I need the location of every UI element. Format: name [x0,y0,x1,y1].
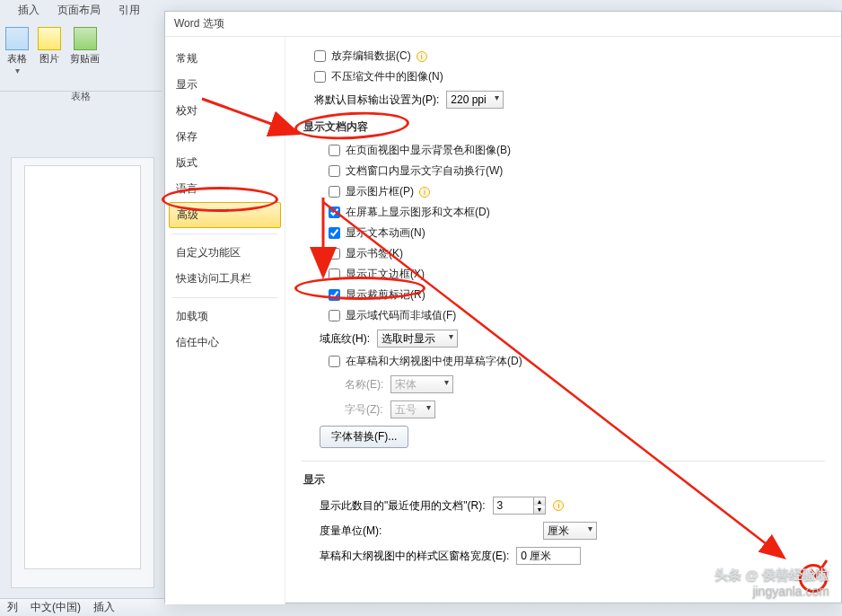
status-lang[interactable]: 中文(中国) [31,600,81,615]
options-content: 放弃编辑数据(C) i 不压缩文件中的图像(N) 将默认目标输出设置为(P): … [285,37,841,604]
dropdown-icon: ▾ [5,66,29,75]
tool-clipart[interactable]: 剪贴画 [70,27,100,66]
screen-shapes-checkbox[interactable] [329,207,340,218]
sidebar-item-addins[interactable]: 加载项 [165,304,285,330]
info-icon[interactable]: i [417,51,427,62]
section-doc-content: 显示文档内容 [302,112,368,140]
sidebar-item-display[interactable]: 显示 [165,72,285,98]
text-anim-label: 显示文本动画(N) [346,225,425,241]
watermark-line2: jingyanla.com [715,584,829,598]
body-border-checkbox[interactable] [329,268,340,280]
sidebar-item-advanced[interactable]: 高级 [169,202,281,228]
sidebar-item-language[interactable]: 语言 [165,176,285,202]
info-icon[interactable]: i [553,500,564,511]
discard-edit-checkbox[interactable] [314,50,326,62]
body-border-label: 显示正文边框(X) [346,267,425,282]
shade-label: 域底纹(H): [320,331,370,347]
tab-ref[interactable]: 引用 [118,3,140,18]
ribbon-area: 插入 页面布局 引用 表格 ▾ 图片 剪贴画 表格 [0,0,162,611]
discard-edit-label: 放弃编辑数据(C) [331,48,411,64]
sidebar-item-layout[interactable]: 版式 [165,150,285,176]
ribbon-toolbar: 表格 ▾ 图片 剪贴画 [0,20,162,92]
status-mode[interactable]: 插入 [93,600,115,615]
style-area-input[interactable] [516,547,581,565]
document-page [24,165,141,569]
shade-select[interactable]: 选取时显示 [377,330,458,348]
wrap-label: 文档窗口内显示文字自动换行(W) [346,163,503,179]
bg-label: 在页面视图中显示背景色和图像(B) [346,143,511,158]
sidebar-item-trust[interactable]: 信任中心 [165,330,285,356]
crop-checkbox[interactable] [329,289,340,301]
section-display: 显示 [302,465,325,493]
recent-label: 显示此数目的"最近使用的文档"(R): [320,498,486,514]
spin-up-icon[interactable]: ▲ [534,497,546,506]
tab-layout[interactable]: 页面布局 [57,3,101,18]
draft-font-label: 在草稿和大纲视图中使用草稿字体(D) [346,354,522,369]
unit-select[interactable]: 厘米 [543,522,597,540]
font-name-select: 宋体 [390,375,453,393]
status-col: 列 [7,600,18,615]
recent-spinner[interactable]: ▲▼ [493,497,547,515]
bg-checkbox[interactable] [329,145,340,156]
style-area-label: 草稿和大纲视图中的样式区窗格宽度(E): [320,549,509,564]
info-icon[interactable]: i [419,187,430,198]
sidebar-item-general[interactable]: 常规 [165,46,285,72]
bookmarks-checkbox[interactable] [329,248,340,260]
draft-font-checkbox[interactable] [329,356,340,367]
ribbon-group-label: 表格 [0,90,162,103]
screen-shapes-label: 在屏幕上显示图形和文本框(D) [346,205,490,220]
sidebar-item-proof[interactable]: 校对 [165,98,285,124]
tool-table[interactable]: 表格 ▾ [5,27,29,75]
ribbon-tabs: 插入 页面布局 引用 [0,0,162,20]
fieldcodes-label: 显示域代码而非域值(F) [346,308,456,323]
dialog-title: Word 选项 [165,12,841,37]
unit-label: 度量单位(M): [320,524,382,539]
picture-icon [38,27,61,50]
bookmarks-label: 显示书签(K) [346,246,403,261]
no-compress-label: 不压缩文件中的图像(N) [331,69,443,84]
table-icon [5,27,29,50]
sidebar-item-customize[interactable]: 自定义功能区 [165,240,285,266]
wrap-checkbox[interactable] [329,165,340,177]
picframe-label: 显示图片框(P) [346,184,414,199]
crop-label: 显示裁剪标记(R) [346,287,425,303]
word-options-dialog: Word 选项 常规 显示 校对 保存 版式 语言 高级 自定义功能区 快速访问… [164,11,842,603]
tab-insert[interactable]: 插入 [18,3,39,18]
recent-input[interactable] [493,497,534,515]
font-sub-button[interactable]: 字体替换(F)... [320,426,408,448]
watermark: 头条 @ 侯善经验啦 jingyanla.com [715,567,829,598]
font-size-label: 字号(Z): [345,402,383,418]
sidebar-item-quickaccess[interactable]: 快速访问工具栏 [165,266,285,292]
font-size-select: 五号 [390,400,435,418]
font-name-label: 名称(E): [345,377,383,392]
sidebar-item-save[interactable]: 保存 [165,124,285,150]
default-output-label: 将默认目标输出设置为(P): [314,92,439,108]
default-output-select[interactable]: 220 ppi [446,91,503,109]
watermark-line1: 头条 @ 侯善经验啦 [715,567,829,584]
picframe-checkbox[interactable] [329,186,340,198]
options-sidebar: 常规 显示 校对 保存 版式 语言 高级 自定义功能区 快速访问工具栏 加载项 … [165,37,285,604]
no-compress-checkbox[interactable] [314,71,326,83]
fieldcodes-checkbox[interactable] [329,310,340,321]
text-anim-checkbox[interactable] [329,227,340,239]
spin-down-icon[interactable]: ▼ [534,506,546,514]
clipart-icon [74,27,97,50]
tool-picture[interactable]: 图片 [38,27,61,66]
document-background [11,157,154,588]
